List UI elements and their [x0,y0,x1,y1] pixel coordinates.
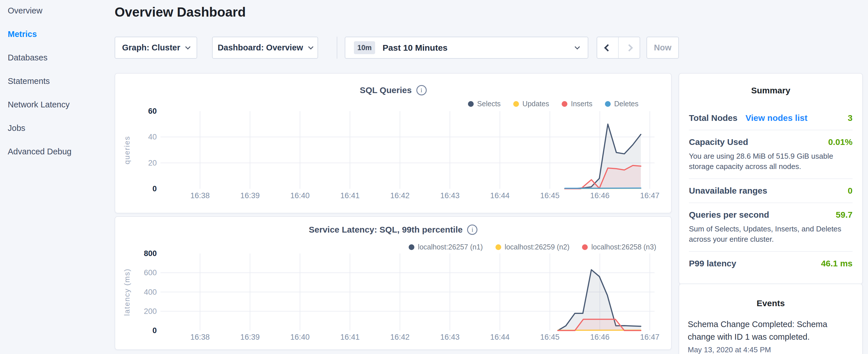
svg-text:16:47: 16:47 [640,191,660,200]
svg-text:16:43: 16:43 [440,333,460,342]
summary-rows: Total NodesView nodes list3Capacity Used… [689,106,852,275]
svg-text:16:39: 16:39 [241,191,260,200]
summary-row-value: 59.7 [836,210,852,220]
svg-text:0: 0 [152,326,157,335]
legend-label: Deletes [614,100,639,108]
svg-text:16:46: 16:46 [590,333,610,342]
event-item[interactable]: Schema Change Completed: Schema change w… [688,318,854,354]
service-latency-chart-card: Service Latency: SQL, 99th percentile i … [115,216,672,350]
summary-panel: Summary Total NodesView nodes list3Capac… [679,73,863,284]
summary-row: Total NodesView nodes list3 [689,106,852,130]
svg-text:16:45: 16:45 [540,333,560,342]
legend-dot-icon [605,101,611,107]
chevron-down-icon [185,44,190,49]
svg-text:20: 20 [148,159,157,167]
events-title: Events [688,298,854,308]
svg-text:600: 600 [144,268,157,277]
info-icon[interactable]: i [416,85,427,95]
graph-selector-label: Graph: Cluster [122,43,180,53]
sql-queries-chart-card: SQL Queries i SelectsUpdatesInsertsDelet… [115,73,672,213]
now-button[interactable]: Now [647,37,679,59]
svg-text:0: 0 [152,185,157,193]
svg-text:200: 200 [144,307,157,316]
summary-row: Queries per second59.7Sum of Selects, Up… [689,202,852,251]
svg-text:40: 40 [148,133,157,141]
svg-text:16:41: 16:41 [340,333,360,342]
svg-text:16:38: 16:38 [190,191,210,200]
sidebar-item-jobs[interactable]: Jobs [8,124,115,132]
dashboard-selector-label: Dashboard: Overview [217,43,303,53]
sidebar-item-overview[interactable]: Overview [8,6,115,15]
info-icon[interactable]: i [467,225,477,235]
svg-text:16:46: 16:46 [590,191,610,200]
events-list: Schema Change Completed: Schema change w… [688,318,854,354]
sidebar-item-statements[interactable]: Statements [8,77,115,85]
sidebar: OverviewMetricsDatabasesStatementsNetwor… [0,0,115,171]
summary-row-value: 0 [848,186,852,196]
legend-item: Updates [513,100,549,108]
graph-selector-dropdown[interactable]: Graph: Cluster [115,37,197,59]
summary-row-label: P99 latency [689,259,736,268]
summary-row-description: Sum of Selects, Updates, Inserts, and De… [689,224,852,244]
event-timestamp: May 13, 2020 at 4:45 PM [688,345,854,354]
sidebar-item-metrics[interactable]: Metrics [8,30,115,38]
svg-text:400: 400 [144,288,157,296]
time-step-buttons [597,37,640,59]
time-step-back-button[interactable] [597,37,618,58]
summary-row: Unavailable ranges0 [689,179,852,202]
legend-dot-icon [562,101,567,107]
events-panel: Events Schema Change Completed: Schema c… [679,284,863,354]
svg-text:16:43: 16:43 [440,191,460,200]
chevron-down-icon [308,44,313,49]
page-title: Overview Dashboard [115,4,246,20]
summary-row-label: Capacity Used [689,137,748,147]
svg-text:800: 800 [144,250,157,258]
legend-label: Updates [522,100,549,108]
controls-divider [337,37,337,59]
sidebar-item-advanced-debug[interactable]: Advanced Debug [8,147,115,156]
svg-text:16:40: 16:40 [290,333,310,342]
svg-text:60: 60 [148,107,157,116]
svg-text:16:45: 16:45 [540,191,560,200]
summary-row-label: Total Nodes [689,113,737,123]
svg-text:queries: queries [123,136,131,164]
chart-title: SQL Queries [360,85,411,95]
chart-title: Service Latency: SQL, 99th percentile [309,225,463,234]
svg-text:16:38: 16:38 [190,333,210,342]
dashboard-selector-dropdown[interactable]: Dashboard: Overview [212,37,318,59]
legend-dot-icon [409,244,414,250]
summary-row-value: 0.01% [828,137,852,147]
legend-item: Inserts [562,100,592,108]
summary-row-label: Queries per second [689,210,769,220]
view-nodes-list-link[interactable]: View nodes list [745,113,807,123]
svg-text:16:40: 16:40 [290,191,310,200]
time-window-dropdown[interactable]: 10m Past 10 Minutes [345,37,588,59]
svg-text:16:42: 16:42 [390,333,410,342]
sidebar-item-databases[interactable]: Databases [8,53,115,62]
svg-text:16:47: 16:47 [640,333,660,342]
sql-queries-chart[interactable]: 020406016:3816:3916:4016:4116:4216:4316:… [121,107,671,202]
chart-legend: SelectsUpdatesInsertsDeletes [468,100,639,108]
time-window-badge: 10m [354,41,375,54]
event-message: Schema Change Completed: Schema change w… [688,318,854,343]
time-step-forward-button[interactable] [618,37,640,58]
svg-text:16:42: 16:42 [390,191,410,200]
legend-dot-icon [513,101,519,107]
svg-text:16:41: 16:41 [340,191,360,200]
summary-title: Summary [689,86,852,95]
summary-row-label: Unavailable ranges [689,186,767,196]
summary-row-description: You are using 28.6 MiB of 515.9 GiB usab… [689,151,852,171]
svg-text:16:39: 16:39 [241,333,260,342]
summary-row: P99 latency46.1 ms [689,251,852,275]
legend-item: Deletes [605,100,639,108]
chevron-right-icon [626,44,633,51]
chevron-left-icon [604,44,611,51]
sidebar-item-network-latency[interactable]: Network Latency [8,100,115,109]
summary-row-value: 3 [848,113,852,123]
summary-row-value: 46.1 ms [821,259,852,268]
legend-dot-icon [495,244,501,250]
service-latency-chart[interactable]: 020040060080016:3816:3916:4016:4116:4216… [121,250,671,345]
legend-dot-icon [582,244,588,250]
legend-label: Selects [477,100,501,108]
chevron-down-icon [575,44,580,49]
